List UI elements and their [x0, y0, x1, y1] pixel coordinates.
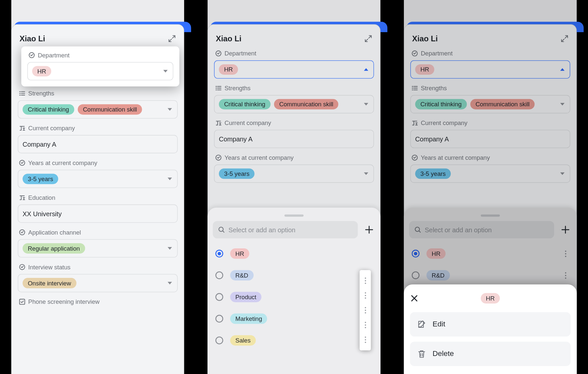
label-status: Interview status [28, 263, 71, 270]
option-action-sheet: HR Edit Delete [404, 284, 577, 374]
more-icon[interactable] [365, 336, 366, 343]
select-icon [19, 229, 26, 236]
multiselect-icon [19, 90, 26, 97]
education-value: XX University [23, 210, 62, 217]
text-icon [19, 125, 26, 132]
trash-icon [417, 349, 427, 359]
checkbox-icon [19, 298, 26, 305]
years-select[interactable]: 3-5 years [18, 170, 178, 188]
pill-channel: Regular application [23, 243, 85, 254]
edit-button[interactable]: Edit [410, 312, 571, 337]
option-pill: Sales [230, 335, 256, 346]
label-channel: Application channel [28, 229, 81, 236]
channel-select[interactable]: Regular application [18, 239, 178, 258]
text-icon [19, 194, 26, 201]
panel-closed-dropdown: Xiao Li Strengths Critical thinking Comm… [0, 0, 196, 374]
radio-icon [215, 315, 223, 323]
delete-button[interactable]: Delete [410, 342, 571, 366]
edit-icon [417, 320, 427, 329]
field-channel: Application channel Regular application [18, 229, 178, 257]
education-input[interactable]: XX University [18, 204, 178, 223]
pill-years: 3-5 years [23, 174, 58, 184]
search-icon [218, 226, 225, 233]
option-sales[interactable]: Sales [213, 330, 375, 351]
field-status: Interview status Onsite interview [18, 263, 178, 292]
pill-strength-2: Communication skill [78, 104, 142, 115]
chevron-down-icon [168, 177, 172, 180]
more-icon[interactable] [365, 322, 366, 328]
option-pill: Product [230, 292, 262, 302]
pill-status: Onsite interview [23, 278, 76, 288]
more-icon[interactable] [365, 307, 366, 314]
field-education: Education XX University [18, 194, 178, 223]
chevron-down-icon [168, 108, 172, 111]
field-phone: Phone screening interview [18, 298, 178, 305]
label-department: Department [38, 52, 70, 58]
label-company: Current company [28, 125, 75, 132]
record-card: Xiao Li Strengths Critical thinking Comm… [11, 24, 184, 374]
edit-label: Edit [432, 320, 445, 328]
picker-search-input[interactable]: Select or add an option [213, 221, 358, 239]
select-icon [19, 159, 26, 166]
option-picker-sheet: Select or add an option HR R&D Product M… [208, 208, 381, 374]
option-pill: Marketing [230, 314, 267, 324]
option-more-menu-strip [360, 270, 371, 350]
chevron-down-icon [163, 70, 168, 73]
radio-icon [215, 293, 223, 301]
expand-icon[interactable] [168, 35, 176, 43]
more-icon[interactable] [365, 278, 366, 284]
card-title: Xiao Li [20, 34, 45, 43]
picker-placeholder: Select or add an option [228, 226, 295, 233]
department-select[interactable]: HR [27, 62, 173, 80]
status-select[interactable]: Onsite interview [18, 274, 178, 292]
option-rnd[interactable]: R&D [213, 264, 375, 286]
panel-option-actions: Xiao Li Department HR Strengths Critical… [392, 0, 588, 374]
company-input[interactable]: Company A [18, 135, 178, 154]
department-popout: Department HR [21, 47, 179, 87]
select-icon [19, 263, 26, 270]
option-hr[interactable]: HR [213, 243, 375, 264]
chevron-down-icon [168, 282, 172, 284]
label-years: Years at current company [28, 159, 97, 166]
context-pill: HR [481, 293, 500, 303]
radio-icon [215, 271, 223, 279]
label-phone: Phone screening interview [28, 298, 99, 305]
radio-icon [215, 337, 223, 344]
close-button[interactable] [410, 294, 418, 302]
radio-selected-icon [215, 250, 223, 258]
company-value: Company A [23, 140, 56, 148]
delete-label: Delete [432, 349, 454, 358]
chevron-down-icon [168, 247, 172, 250]
add-option-button[interactable] [363, 224, 375, 236]
option-pill: HR [230, 248, 249, 259]
pill-strength-1: Critical thinking [23, 104, 74, 115]
option-product[interactable]: Product [213, 286, 375, 308]
picker-search-row: Select or add an option [213, 221, 375, 239]
field-strengths: Strengths Critical thinking Communicatio… [18, 90, 178, 118]
strengths-select[interactable]: Critical thinking Communication skill [18, 100, 178, 119]
sheet-grabber[interactable] [284, 215, 304, 217]
field-years: Years at current company 3-5 years [18, 159, 178, 188]
option-marketing[interactable]: Marketing [213, 308, 375, 329]
field-current-company: Current company Company A [18, 125, 178, 153]
select-icon [28, 52, 35, 58]
label-strengths: Strengths [28, 90, 54, 97]
label-education: Education [28, 194, 55, 201]
pill-department: HR [32, 66, 52, 76]
option-pill: R&D [230, 270, 253, 280]
panel-picker-open: Xiao Li Department HR Strengths Critical… [196, 0, 392, 374]
more-icon[interactable] [365, 292, 366, 299]
picker-options: HR R&D Product Marketing Sales [213, 243, 375, 351]
